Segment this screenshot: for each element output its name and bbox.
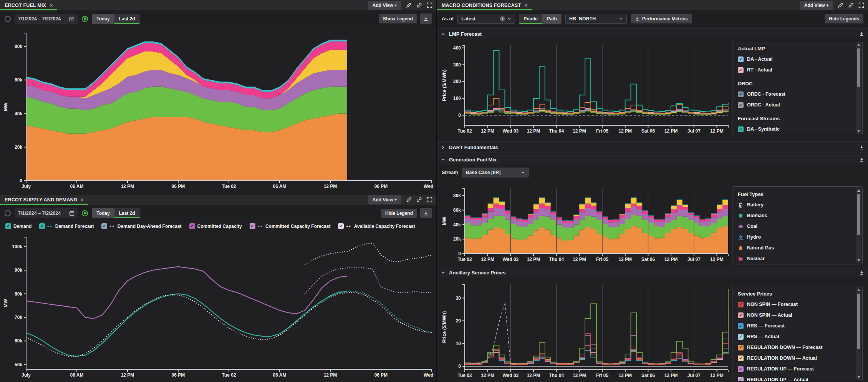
checkbox-checked[interactable]: ✓	[738, 366, 744, 372]
fuel-mix-chart[interactable]: 020k40k60k80kJuly06 AM12 PM06 PMTue 0206…	[2, 28, 435, 192]
legend-item[interactable]: ✓••Committed Capacity Forecast	[250, 223, 331, 229]
date-range-input[interactable]: 7/1/2024 – 7/2/2024	[15, 14, 78, 24]
legend-item[interactable]: Coal	[738, 221, 852, 232]
scrollbar-thumb[interactable]	[857, 194, 860, 235]
close-icon[interactable]: ×	[81, 197, 84, 203]
legend-item[interactable]: ✓NON SPIN — Actual	[738, 310, 852, 321]
scroll-down-icon[interactable]	[857, 376, 860, 378]
stream-dropdown[interactable]: Base Case [IIR]	[462, 168, 529, 178]
legend-item[interactable]: ✓REGULATION UP — Forecast	[738, 364, 852, 374]
show-legend-button[interactable]: Show Legend	[379, 14, 417, 23]
edit-icon[interactable]	[838, 2, 843, 8]
add-view-button[interactable]: Add View +	[368, 1, 401, 10]
legend-item[interactable]: ✓DA - Synthetic	[738, 124, 852, 135]
path-button[interactable]: Path	[542, 14, 562, 24]
checkbox-checked[interactable]: ✓	[738, 102, 744, 108]
checkbox-checked[interactable]: ✓	[338, 223, 344, 229]
expand-icon[interactable]	[427, 2, 432, 8]
quick-range-radio[interactable]	[82, 210, 88, 216]
checkbox-checked[interactable]: ✓	[738, 91, 744, 97]
checkbox-checked[interactable]: ✓	[738, 312, 744, 318]
legend-item[interactable]: ✓RRS — Actual	[738, 331, 852, 342]
custom-range-radio[interactable]	[5, 210, 11, 216]
link-icon[interactable]	[416, 2, 422, 8]
tab-macro-conditions-forecast[interactable]: MACRO CONDITIONS FORECAST ×	[437, 0, 532, 10]
lmp-forecast-chart[interactable]: 0100200300400Tue 0212 PMWed 0312 PMThu 0…	[440, 40, 731, 137]
edit-icon[interactable]	[406, 197, 412, 203]
download-icon[interactable]	[859, 32, 864, 37]
legend-item[interactable]: Nuclear	[738, 253, 852, 264]
last-2d-button[interactable]: Last 2d	[114, 14, 140, 24]
performance-metrics-button[interactable]: Performance Metrics	[631, 14, 692, 23]
legend-item[interactable]: ✓Committed Capacity	[189, 223, 242, 229]
legend-scrollbar[interactable]	[856, 188, 861, 263]
legend-scrollbar[interactable]	[856, 42, 861, 134]
checkbox-checked[interactable]: ✓	[738, 377, 744, 382]
scroll-down-icon[interactable]	[857, 259, 860, 261]
legend-item[interactable]: Natural Gas	[738, 242, 852, 253]
as-of-dropdown[interactable]: Latest i	[457, 14, 515, 24]
legend-item[interactable]: Biomass	[738, 210, 852, 221]
download-icon[interactable]	[420, 13, 432, 24]
link-icon[interactable]	[848, 2, 854, 8]
legend-item[interactable]: ✓ORDC - Actual	[738, 100, 852, 110]
legend-item[interactable]: ✓NON SPIN — Forecast	[738, 299, 852, 310]
supply-demand-chart[interactable]: 50k60k70k80k90k100kJuly06 AM12 PM06 PMTu…	[2, 232, 435, 381]
legend-item[interactable]: ✓RT - Actual	[738, 65, 852, 75]
today-button[interactable]: Today	[92, 14, 114, 24]
custom-range-radio[interactable]	[5, 16, 11, 22]
scroll-up-icon[interactable]	[857, 44, 860, 46]
checkbox-checked[interactable]: ✓	[738, 56, 744, 62]
link-icon[interactable]	[416, 197, 422, 203]
add-view-button[interactable]: Add View +	[368, 195, 401, 204]
quick-range-radio[interactable]	[82, 16, 88, 22]
section-generation-fuel-mix[interactable]: Generation Fuel Mix	[437, 154, 868, 165]
checkbox-checked[interactable]: ✓	[738, 345, 744, 350]
legend-item[interactable]: ✓••Available Capacity Forecast	[338, 223, 415, 229]
close-icon[interactable]: ×	[50, 3, 53, 8]
expand-icon[interactable]	[858, 2, 864, 8]
legend-item[interactable]: ✓Demand	[5, 223, 31, 229]
checkbox-checked[interactable]: ✓	[39, 223, 45, 229]
legend-item[interactable]: ✓RRS — Forecast	[738, 321, 852, 331]
last-2d-button[interactable]: Last 2d	[114, 208, 140, 218]
pnode-button[interactable]: Pnode	[519, 14, 542, 24]
section-lmp-forecast[interactable]: LMP Forecast	[437, 28, 868, 39]
legend-item[interactable]: ✓••Demand Forecast	[39, 223, 94, 229]
info-icon[interactable]: i	[500, 16, 505, 22]
close-icon[interactable]: ×	[524, 3, 527, 8]
scroll-up-icon[interactable]	[857, 189, 860, 192]
legend-item[interactable]: ✓••Demand Day-Ahead Forecast	[101, 223, 181, 229]
legend-item[interactable]: ✓REGULATION DOWN — Actual	[738, 353, 852, 364]
hide-legends-button[interactable]: Hide Legends	[825, 14, 863, 23]
scrollbar-thumb[interactable]	[857, 48, 860, 87]
checkbox-checked[interactable]: ✓	[738, 334, 744, 340]
checkbox-checked[interactable]: ✓	[101, 223, 107, 229]
legend-item[interactable]: ✓ORDC - Forecast	[738, 89, 852, 100]
download-icon[interactable]	[859, 157, 864, 162]
legend-scrollbar[interactable]	[856, 287, 861, 380]
tab-ercot-fuel-mix[interactable]: ERCOT FUEL MIX ×	[0, 0, 57, 10]
scroll-up-icon[interactable]	[857, 289, 860, 291]
legend-item[interactable]: Battery	[738, 199, 852, 210]
download-icon[interactable]	[420, 208, 432, 218]
checkbox-checked[interactable]: ✓	[738, 302, 744, 307]
hide-legend-button[interactable]: Hide Legend	[381, 209, 417, 218]
ancillary-prices-chart[interactable]: 0102030Tue 0212 PMWed 0312 PMThu 0412 PM…	[440, 279, 731, 381]
section-dart-fundamentals[interactable]: DART Fundamentals	[437, 141, 868, 153]
expand-icon[interactable]	[427, 197, 432, 203]
generation-fuel-mix-chart[interactable]: 020k40k60k80kTue 0212 PMWed 0312 PMThu 0…	[440, 183, 731, 265]
tab-ercot-supply-and-demand[interactable]: ERCOT SUPPLY AND DEMAND ×	[0, 194, 88, 205]
legend-item[interactable]: ✓REGULATION DOWN — Forecast	[738, 342, 852, 353]
legend-item[interactable]: ✓DA - Actual	[738, 54, 852, 65]
date-range-input[interactable]: 7/1/2024 – 7/2/2024	[15, 208, 78, 218]
legend-item[interactable]: Hydro	[738, 232, 852, 242]
download-icon[interactable]	[859, 145, 864, 150]
add-view-button[interactable]: Add View +	[800, 1, 833, 10]
node-dropdown[interactable]: HB_NORTH	[565, 14, 627, 24]
section-ancillary-service-prices[interactable]: Ancillary Service Prices	[437, 267, 868, 278]
legend-item[interactable]: ✓REGULATION UP — Actual	[738, 374, 852, 381]
checkbox-checked[interactable]: ✓	[5, 223, 11, 229]
checkbox-checked[interactable]: ✓	[738, 126, 744, 132]
download-icon[interactable]	[859, 270, 864, 275]
